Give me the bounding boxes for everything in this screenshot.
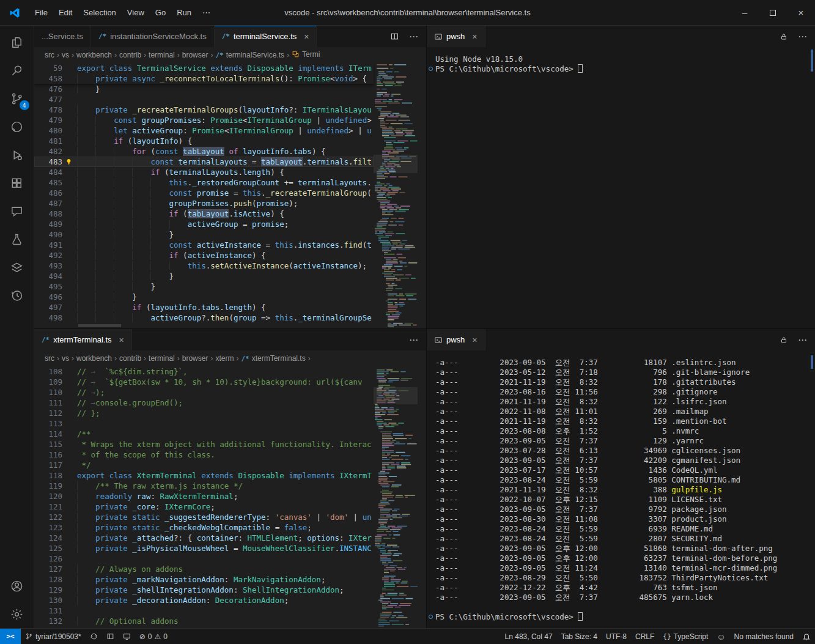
close-icon[interactable]: ×	[119, 335, 124, 345]
source-control-icon[interactable]: 4	[2, 84, 32, 113]
breadcrumb-file[interactable]: /*xtermTerminal.ts	[240, 354, 306, 363]
lightbulb-icon[interactable]	[62, 157, 77, 167]
code-text: }	[77, 271, 174, 281]
testing-icon[interactable]	[2, 225, 32, 253]
code-text: // → `%c${dim.string}`,	[77, 366, 188, 377]
breadcrumb-item[interactable]: vs	[61, 51, 70, 59]
cursor-position[interactable]: Ln 483, Col 47	[501, 629, 557, 644]
breadcrumb-item[interactable]: src	[44, 51, 55, 59]
menu-item-[interactable]: ⋯	[197, 5, 216, 20]
encoding[interactable]: UTF-8	[602, 629, 631, 644]
history-icon[interactable]	[2, 281, 32, 309]
close-icon[interactable]: ×	[304, 32, 309, 42]
maximize-button[interactable]	[759, 0, 787, 25]
breadcrumb-symbol[interactable]: Termi	[291, 50, 320, 60]
breadcrumb-item[interactable]: src	[44, 354, 55, 363]
breadcrumb-item[interactable]: browser	[182, 354, 209, 363]
screencast-icon[interactable]	[119, 629, 135, 644]
settings-gear-icon[interactable]	[2, 600, 32, 628]
breadcrumb-item[interactable]: workbench	[76, 51, 112, 59]
breadcrumb-item[interactable]: vs	[61, 354, 70, 363]
extensions-icon[interactable]	[2, 169, 32, 197]
code-editor-xtermterminal[interactable]: 108// → `%c${dim.string}`,109// → `${get…	[34, 366, 426, 628]
breadcrumb-file[interactable]: /*terminalService.ts	[215, 51, 285, 59]
close-icon[interactable]: ×	[472, 32, 477, 42]
layers-icon[interactable]	[2, 253, 32, 281]
line-number: 117	[34, 460, 62, 470]
gutter	[62, 94, 77, 105]
gutter	[62, 281, 77, 292]
command-decoration-icon[interactable]	[429, 67, 433, 71]
menu-item-edit[interactable]: Edit	[53, 5, 78, 20]
menu-item-run[interactable]: Run	[171, 5, 197, 20]
comments-icon[interactable]	[2, 197, 32, 225]
breadcrumb-item[interactable]: contrib	[119, 51, 142, 59]
menu-item-selection[interactable]: Selection	[78, 5, 121, 20]
remote-indicator[interactable]: ><	[0, 629, 21, 644]
branch-item[interactable]: tyriar/190503*	[21, 629, 86, 644]
breadcrumbs[interactable]: src›vs›workbench›contrib›terminal›browse…	[34, 350, 426, 366]
minimap[interactable]	[374, 366, 418, 628]
more-actions-button[interactable]: ⋯	[798, 335, 808, 346]
tab-terminalservice-ts[interactable]: /*terminalService.ts×	[215, 26, 317, 47]
minimap[interactable]	[374, 63, 418, 328]
tab-xtermterminal-ts[interactable]: /*xtermTerminal.ts×	[34, 329, 132, 350]
breadcrumb-item[interactable]: browser	[182, 51, 209, 59]
breadcrumbs[interactable]: src›vs›workbench›contrib›terminal›browse…	[34, 47, 426, 63]
gutter	[62, 429, 77, 439]
problems-item[interactable]: ⊘ 0 ⚠ 0	[135, 629, 172, 644]
more-actions-button[interactable]: ⋯	[798, 31, 808, 42]
minimize-button[interactable]: –	[731, 0, 759, 25]
editor-group-bottom-left: /*xtermTerminal.ts× ⋯ src›vs›workbench›c…	[34, 328, 426, 628]
scrollbar-thumb[interactable]	[811, 355, 813, 369]
more-actions-button[interactable]: ⋯	[409, 335, 419, 346]
notifications-bell-icon[interactable]	[798, 629, 815, 644]
code-editor-terminalservice[interactable]: 476 }477478 private _recreateTerminalGro…	[34, 63, 426, 328]
menu-item-view[interactable]: View	[122, 5, 150, 20]
lock-icon[interactable]	[780, 32, 788, 41]
horizontal-scrollbar[interactable]	[78, 324, 121, 327]
vscode-window: FileEditSelectionViewGoRun⋯ vscode - src…	[0, 0, 815, 644]
eol[interactable]: CRLF	[631, 629, 658, 644]
explorer-icon[interactable]	[2, 28, 32, 56]
minimap-slider[interactable]	[374, 387, 418, 404]
command-decoration-icon[interactable]	[429, 615, 433, 619]
indentation[interactable]: Tab Size: 4	[557, 629, 602, 644]
gutter	[62, 543, 77, 553]
tab-instantiationservicemock-ts[interactable]: /*instantiationServiceMock.ts	[91, 26, 215, 47]
terminal-pwsh-bottom[interactable]: -a--- 2023-09-05 오전 7:37 18107 .eslintrc…	[427, 350, 815, 628]
run-debug-icon[interactable]	[2, 141, 32, 169]
breadcrumb-item[interactable]: workbench	[76, 354, 112, 363]
breadcrumb-item[interactable]: contrib	[119, 354, 142, 363]
account-icon[interactable]	[2, 572, 32, 600]
split-editor-button[interactable]	[390, 32, 399, 41]
gutter	[62, 73, 77, 84]
sync-icon[interactable]	[86, 629, 102, 644]
more-actions-button[interactable]: ⋯	[409, 31, 419, 42]
breadcrumb-item[interactable]: xterm	[215, 354, 234, 363]
lock-icon[interactable]	[780, 336, 788, 344]
gutter	[62, 198, 77, 209]
breadcrumb-item[interactable]: terminal	[148, 354, 175, 363]
minimap-slider[interactable]	[374, 155, 418, 173]
search-icon[interactable]	[2, 56, 32, 84]
close-button[interactable]: ×	[787, 0, 815, 25]
tab--service-ts[interactable]: ...Service.ts	[34, 26, 91, 47]
terminal-pwsh-top[interactable]: Using Node v18.15.0PS C:\Github\microsof…	[427, 47, 815, 328]
breadcrumb-item[interactable]: terminal	[148, 51, 175, 59]
editor-layout-icon[interactable]	[102, 629, 119, 644]
github-icon[interactable]	[2, 113, 32, 141]
close-icon[interactable]: ×	[472, 335, 477, 345]
search-status[interactable]: No matches found	[730, 629, 798, 644]
language-mode[interactable]: {} TypeScript	[658, 629, 712, 644]
menu-item-go[interactable]: Go	[150, 5, 171, 20]
menu-item-file[interactable]: File	[29, 5, 53, 20]
scrollbar-thumb[interactable]	[811, 50, 813, 72]
feedback-smiley-icon[interactable]: ☺	[712, 629, 729, 644]
git-branch-icon	[25, 632, 33, 640]
code-text: private async _reconnectToLocalTerminals…	[77, 73, 367, 84]
tab-pwsh[interactable]: pwsh×	[427, 26, 485, 47]
tab-pwsh[interactable]: pwsh×	[427, 329, 485, 350]
gutter	[62, 313, 77, 323]
breadcrumb-separator: ›	[142, 51, 148, 59]
